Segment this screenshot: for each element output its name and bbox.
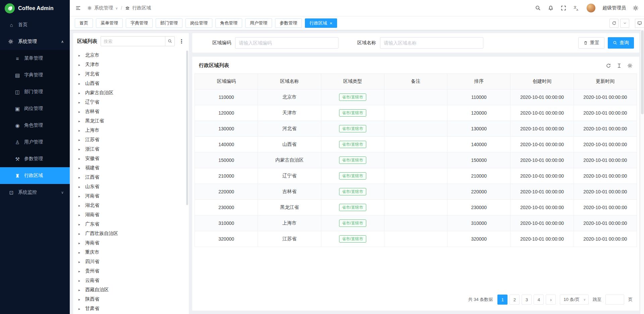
sidebar-subitem[interactable]: ⚒ 参数管理 <box>0 150 70 167</box>
bell-icon[interactable] <box>548 5 554 11</box>
tree-item[interactable]: ▸ 云南省 <box>73 276 189 285</box>
tree-item-label: 江苏省 <box>85 137 99 143</box>
sidebar-group-system[interactable]: 系统管理 ∧ <box>0 33 70 50</box>
table-columns-icon[interactable] <box>616 63 622 68</box>
tree-more-icon[interactable]: ⋮ <box>178 38 185 45</box>
tree-item[interactable]: ▸ 山西省 <box>73 79 189 88</box>
tree-item[interactable]: ▸ 西藏自治区 <box>73 285 189 295</box>
tree-item[interactable]: ▸ 陕西省 <box>73 295 189 304</box>
tab-label: 行政区域 <box>310 20 327 26</box>
tab[interactable]: 参数管理 × <box>275 18 302 28</box>
scrollbar-thumb[interactable] <box>641 30 644 114</box>
cell-updated: 2020-10-01 00:00:00 <box>574 152 637 168</box>
caret-right-icon: ▸ <box>78 269 83 273</box>
tab[interactable]: 部门管理 × <box>156 18 182 28</box>
user-avatar[interactable] <box>586 3 596 13</box>
page-size-select[interactable]: 10 条/页 ∨ <box>560 295 589 305</box>
breadcrumb-parent[interactable]: 系统管理 <box>94 5 113 11</box>
tab[interactable]: 行政区域 × <box>305 18 337 28</box>
window-scrollbar[interactable] <box>640 30 644 314</box>
tree-item[interactable]: ▸ 广西壮族自治区 <box>73 229 189 238</box>
tree-item[interactable]: ▸ 福建省 <box>73 163 189 173</box>
table-settings-icon[interactable] <box>627 63 633 68</box>
tree-item[interactable]: ▸ 广东省 <box>73 219 189 229</box>
tab-close-icon[interactable]: × <box>330 21 332 25</box>
tab-refresh-icon[interactable] <box>609 19 619 28</box>
user-name[interactable]: 超级管理员 <box>602 5 626 11</box>
tree-item[interactable]: ▸ 天津市 <box>73 60 189 69</box>
tree-item[interactable]: ▸ 甘肃省 <box>73 304 189 313</box>
next-page-button[interactable]: › <box>546 295 556 305</box>
caret-right-icon: ▸ <box>78 241 83 245</box>
tree-item[interactable]: ▸ 山东省 <box>73 182 189 191</box>
page-button[interactable]: 1 <box>497 295 507 305</box>
tree-item[interactable]: ▸ 吉林省 <box>73 107 189 116</box>
tab[interactable]: 菜单管理 × <box>96 18 123 28</box>
tree-item[interactable]: ▸ 江苏省 <box>73 135 189 144</box>
sidebar-subitem-icon: ♙ <box>14 140 21 145</box>
monitor-icon: ⊡ <box>8 190 15 195</box>
reset-button[interactable]: 重置 <box>578 37 604 49</box>
tab[interactable]: 岗位管理 × <box>185 18 212 28</box>
sidebar-subitem[interactable]: ▤ 字典管理 <box>0 67 70 83</box>
table-refresh-icon[interactable] <box>606 63 611 68</box>
sidebar-subitem[interactable]: ♜ 行政区域 <box>0 167 70 184</box>
tree-search-input[interactable] <box>101 37 165 46</box>
cell-remark <box>384 137 447 152</box>
cell-created: 2020-10-01 00:00:00 <box>511 168 574 184</box>
cell-sort: 220000 <box>447 184 511 200</box>
tree-item[interactable]: ▸ 河北省 <box>73 69 189 79</box>
tab[interactable]: 角色管理 × <box>215 18 242 28</box>
caret-right-icon: ▸ <box>78 63 83 67</box>
tree-item[interactable]: ▸ 辽宁省 <box>73 98 189 107</box>
sidebar-group-monitor[interactable]: ⊡ 系统监控 ∨ <box>0 184 70 201</box>
sidebar-subitem[interactable]: ◫ 部门管理 <box>0 83 70 100</box>
tree-item[interactable]: ▸ 海南省 <box>73 238 189 248</box>
query-button-label: 查询 <box>620 40 629 46</box>
tree-item[interactable]: ▸ 河南省 <box>73 191 189 201</box>
tree-item[interactable]: ▸ 重庆市 <box>73 248 189 257</box>
caret-right-icon: ▸ <box>78 213 83 217</box>
tree-item[interactable]: ▸ 湖南省 <box>73 210 189 219</box>
translate-icon[interactable]: 文A <box>573 5 580 11</box>
tab[interactable]: 用户管理 × <box>245 18 272 28</box>
caret-right-icon: ▸ <box>78 72 83 76</box>
tree-item[interactable]: ▸ 贵州省 <box>73 266 189 276</box>
tree-item[interactable]: ▸ 内蒙古自治区 <box>73 88 189 98</box>
fullscreen-icon[interactable] <box>560 5 567 11</box>
sidebar-subitem[interactable]: ≡ 菜单管理 <box>0 50 70 67</box>
tab-label: 用户管理 <box>250 20 267 26</box>
search-icon[interactable] <box>535 5 541 11</box>
tree-item[interactable]: ▸ 安徽省 <box>73 154 189 163</box>
settings-gear-icon[interactable] <box>633 5 639 11</box>
page-button[interactable]: 3 <box>522 295 532 305</box>
region-code-input[interactable] <box>235 37 338 49</box>
tree-item[interactable]: ▸ 上海市 <box>73 126 189 135</box>
sidebar-item-home[interactable]: ⌂ 首页 <box>0 16 70 33</box>
tree-search-button[interactable] <box>165 37 174 46</box>
tree-item[interactable]: ▸ 湖北省 <box>73 201 189 210</box>
sidebar-subitem[interactable]: ▣ 岗位管理 <box>0 100 70 117</box>
cell-region-type: 省市/直辖市 <box>321 121 384 137</box>
tree-item[interactable]: ▸ 黑龙江省 <box>73 116 189 126</box>
page-button[interactable]: 2 <box>509 295 520 305</box>
tab[interactable]: 字典管理 × <box>126 18 153 28</box>
tree-item[interactable]: ▸ 江西省 <box>73 173 189 182</box>
page-button[interactable]: 4 <box>534 295 544 305</box>
sidebar-subitem[interactable]: ♙ 用户管理 <box>0 134 70 150</box>
tab-dropdown-icon[interactable] <box>620 19 629 28</box>
region-name-input[interactable] <box>380 37 483 49</box>
layout-toggle-icon[interactable] <box>635 19 644 28</box>
query-button[interactable]: 查询 <box>608 37 634 49</box>
jump-page-input[interactable] <box>605 295 624 305</box>
tree-item[interactable]: ▸ 北京市 <box>73 51 189 60</box>
tree-item[interactable]: ▸ 浙江省 <box>73 144 189 154</box>
tab[interactable]: 首页 × <box>75 18 93 28</box>
sidebar-collapse-icon[interactable] <box>75 5 81 11</box>
sidebar-subitem[interactable]: ◉ 角色管理 <box>0 117 70 134</box>
cell-region-code: 110000 <box>195 89 258 105</box>
tree-item[interactable]: ▸ 四川省 <box>73 257 189 266</box>
logo: Coffee Admin <box>0 0 70 16</box>
cell-region-type: 省市/直辖市 <box>321 168 384 184</box>
tree-scrollbar[interactable] <box>186 51 188 205</box>
